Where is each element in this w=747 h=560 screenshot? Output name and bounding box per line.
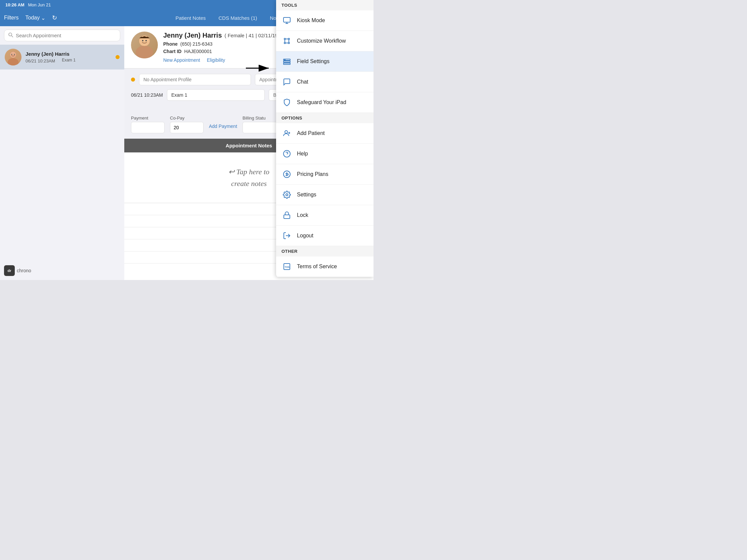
svg-point-28	[284, 42, 285, 44]
chat-icon	[281, 77, 292, 87]
customize-workflow-label: Customize Workflow	[297, 38, 346, 44]
help-icon	[281, 149, 292, 159]
svg-point-38	[285, 131, 287, 133]
menu-item-kiosk-mode[interactable]: Kiosk Mode	[276, 10, 374, 31]
svg-rect-36	[283, 63, 290, 64]
add-person-icon	[281, 128, 292, 139]
appt-status-dot	[131, 78, 135, 82]
lock-label: Lock	[297, 212, 308, 218]
menu-item-settings[interactable]: Settings	[276, 185, 374, 205]
menu-item-terms[interactable]: TOS Terms of Service	[276, 257, 374, 277]
svg-point-19	[142, 40, 144, 41]
help-label: Help	[297, 151, 308, 157]
settings-label: Settings	[297, 192, 316, 198]
dr-logo: dr	[4, 265, 15, 276]
patient-header-photo	[131, 31, 158, 58]
appt-datetime: 06/21 10:23AM	[131, 92, 163, 98]
patient-avatar	[5, 49, 22, 65]
svg-line-10	[12, 36, 13, 37]
appointment-profile-input[interactable]	[139, 74, 251, 85]
svg-rect-23	[283, 18, 290, 22]
chat-label: Chat	[297, 79, 308, 85]
menu-item-add-patient[interactable]: Add Patient	[276, 123, 374, 144]
tab-cds-matches[interactable]: CDS Matches (1)	[217, 12, 259, 24]
svg-point-37	[284, 59, 285, 60]
tos-icon: TOS	[281, 261, 292, 272]
menu-item-logout[interactable]: Logout	[276, 225, 374, 246]
patient-name: Jenny (Jen) Harris	[26, 51, 111, 57]
svg-point-15	[14, 54, 15, 55]
menu-item-customize-workflow[interactable]: Customize Workflow	[276, 31, 374, 51]
svg-rect-35	[283, 61, 290, 62]
menu-item-field-settings[interactable]: Field Settings	[276, 51, 374, 72]
exam-input[interactable]	[167, 89, 265, 101]
footer: dr chrono	[4, 265, 31, 276]
copay-field: Co-Pay	[170, 115, 204, 133]
patient-list-item[interactable]: Jenny (Jen) Harris 06/21 10:23AM Exam 1	[0, 45, 124, 70]
status-dot	[115, 55, 120, 59]
refresh-button[interactable]: ↻	[52, 14, 57, 22]
terms-label: Terms of Service	[297, 264, 337, 270]
today-button[interactable]: Today ⌄	[26, 15, 46, 21]
field-settings-label: Field Settings	[297, 58, 330, 64]
kiosk-mode-label: Kiosk Mode	[297, 18, 325, 24]
svg-point-14	[11, 54, 12, 55]
patient-date: 06/21 10:23AM	[26, 58, 55, 63]
svg-point-9	[9, 33, 12, 36]
menu-item-safeguard[interactable]: Safeguard Your iPad	[276, 92, 374, 113]
add-payment-button[interactable]: Add Payment	[209, 124, 237, 129]
svg-point-17	[136, 46, 153, 58]
shield-icon	[281, 97, 292, 108]
search-bar	[0, 26, 124, 45]
menu-item-pricing-plans[interactable]: Pricing Plans	[276, 164, 374, 185]
gear-icon	[281, 189, 292, 200]
eligibility-button[interactable]: Eligibility	[207, 57, 225, 63]
workflow-icon	[281, 35, 292, 46]
patient-info: Jenny (Jen) Harris 06/21 10:23AM Exam 1	[26, 51, 111, 63]
patient-tag: Exam 1	[62, 58, 76, 63]
search-input-wrapper	[4, 30, 120, 41]
options-section-header: OPTIONS	[276, 113, 374, 123]
svg-point-12	[8, 58, 19, 65]
logout-label: Logout	[297, 233, 313, 239]
menu-item-lock[interactable]: Lock	[276, 205, 374, 225]
chevron-down-icon: ⌄	[41, 15, 45, 21]
svg-point-29	[288, 42, 289, 44]
logout-icon	[281, 230, 292, 241]
dropdown-menu: TOOLS Kiosk Mode Customize Workflo	[276, 0, 374, 277]
search-appointment-input[interactable]	[16, 32, 116, 38]
brand-name: chrono	[17, 268, 31, 273]
svg-point-13	[10, 52, 16, 58]
other-section-header: OTHER	[276, 246, 374, 257]
svg-rect-46	[284, 215, 290, 218]
safeguard-label: Safeguard Your iPad	[297, 99, 346, 105]
pricing-plans-label: Pricing Plans	[297, 171, 328, 177]
svg-point-27	[288, 38, 289, 39]
svg-text:TOS: TOS	[285, 266, 290, 268]
sidebar: Jenny (Jen) Harris 06/21 10:23AM Exam 1 …	[0, 26, 124, 280]
status-time: 10:26 AM Mon Jun 21	[5, 2, 51, 7]
copay-input[interactable]	[170, 122, 204, 133]
svg-point-20	[146, 40, 147, 41]
search-icon	[8, 32, 13, 38]
filters-button[interactable]: Filters	[4, 15, 19, 21]
add-patient-label: Add Patient	[297, 130, 325, 136]
tools-section-header: TOOLS	[276, 0, 374, 10]
svg-point-26	[284, 38, 285, 39]
monitor-icon	[281, 15, 292, 26]
menu-item-chat[interactable]: Chat	[276, 72, 374, 92]
tab-patient-notes[interactable]: Patient Notes	[174, 12, 207, 24]
menu-item-help[interactable]: Help	[276, 144, 374, 164]
lock-icon	[281, 210, 292, 220]
svg-point-45	[286, 194, 288, 196]
dollar-icon	[281, 169, 292, 180]
payment-field: Payment	[131, 115, 164, 133]
field-settings-icon	[281, 56, 292, 67]
payment-input[interactable]	[131, 122, 164, 133]
new-appointment-button[interactable]: New Appointment	[163, 57, 200, 63]
